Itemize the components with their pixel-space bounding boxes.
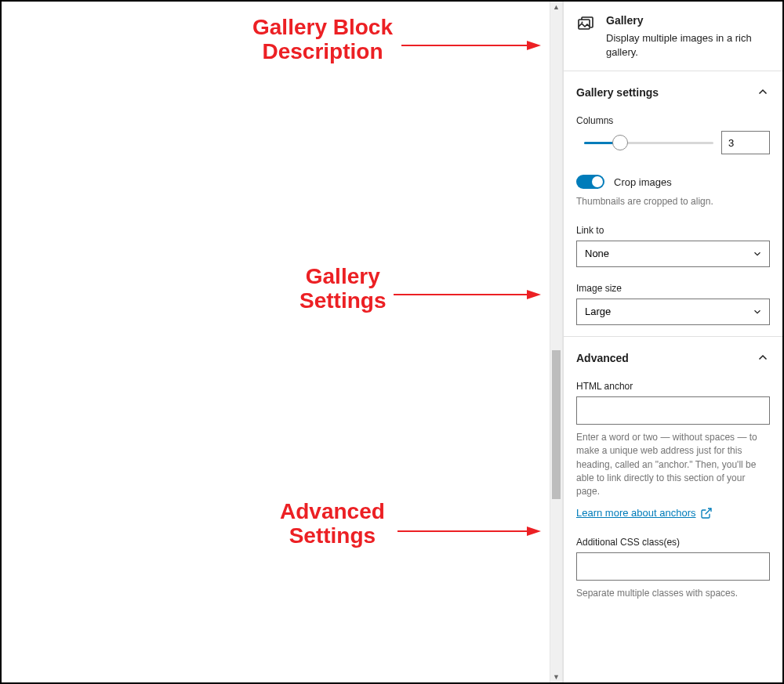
svg-marker-1 xyxy=(527,41,541,50)
block-description: Gallery Display multiple images in a ric… xyxy=(564,2,782,71)
editor-canvas: Gallery Block Description Gallery Settin… xyxy=(2,2,550,682)
svg-point-7 xyxy=(582,22,583,24)
crop-images-label: Crop images xyxy=(614,176,672,188)
html-anchor-label: HTML anchor xyxy=(576,381,770,392)
panel-advanced: Advanced HTML anchor Enter a word or two… xyxy=(564,337,782,611)
vertical-scrollbar[interactable]: ▲ ▼ xyxy=(550,2,563,682)
additional-css-label: Additional CSS class(es) xyxy=(576,537,770,548)
scroll-up-icon[interactable]: ▲ xyxy=(550,2,562,13)
columns-label: Columns xyxy=(576,115,770,126)
columns-input[interactable] xyxy=(721,131,770,154)
panel-gallery-settings-title: Gallery settings xyxy=(576,86,659,99)
svg-marker-3 xyxy=(527,290,541,299)
panel-advanced-title: Advanced xyxy=(576,352,629,364)
link-to-label: Link to xyxy=(576,225,770,236)
panel-gallery-settings: Gallery settings Columns xyxy=(564,71,782,336)
block-title: Gallery xyxy=(606,14,770,27)
toggle-knob-icon xyxy=(592,176,603,187)
html-anchor-help: Enter a word or two — without spaces — t… xyxy=(576,431,770,499)
annotation-advanced-settings: Advanced Settings xyxy=(280,500,385,548)
image-size-select[interactable]: Large xyxy=(576,299,770,325)
annotation-arrow-settings xyxy=(394,290,543,299)
gallery-icon xyxy=(576,14,595,33)
annotation-arrow-advanced xyxy=(397,527,543,536)
scroll-down-icon[interactable]: ▼ xyxy=(550,671,562,682)
external-link-icon xyxy=(700,507,713,519)
panel-advanced-toggle[interactable]: Advanced xyxy=(564,337,782,371)
slider-thumb-icon[interactable] xyxy=(612,135,628,150)
chevron-up-icon xyxy=(756,351,770,365)
app-frame: Gallery Block Description Gallery Settin… xyxy=(0,0,784,684)
columns-slider[interactable] xyxy=(576,135,713,150)
panel-gallery-settings-toggle[interactable]: Gallery settings xyxy=(564,71,782,106)
additional-css-help: Separate multiple classes with spaces. xyxy=(576,587,770,600)
scroll-thumb[interactable] xyxy=(552,350,561,499)
crop-images-toggle[interactable] xyxy=(576,175,604,189)
html-anchor-input[interactable] xyxy=(576,396,770,425)
link-to-select[interactable]: None xyxy=(576,241,770,267)
block-subtitle: Display multiple images in a rich galler… xyxy=(606,31,770,60)
annotation-block-description: Gallery Block Description xyxy=(252,16,393,64)
svg-line-8 xyxy=(706,508,711,514)
annotation-gallery-settings: Gallery Settings xyxy=(299,265,386,313)
additional-css-input[interactable] xyxy=(576,552,770,581)
block-sidebar: Gallery Display multiple images in a ric… xyxy=(563,2,782,682)
crop-helper-text: Thumbnails are cropped to align. xyxy=(576,195,770,208)
learn-more-anchors-text: Learn more about anchors xyxy=(576,507,695,519)
learn-more-anchors-link[interactable]: Learn more about anchors xyxy=(576,507,713,519)
svg-marker-5 xyxy=(527,527,541,536)
image-size-label: Image size xyxy=(576,283,770,294)
chevron-up-icon xyxy=(756,85,770,100)
annotation-arrow-desc xyxy=(401,41,543,50)
